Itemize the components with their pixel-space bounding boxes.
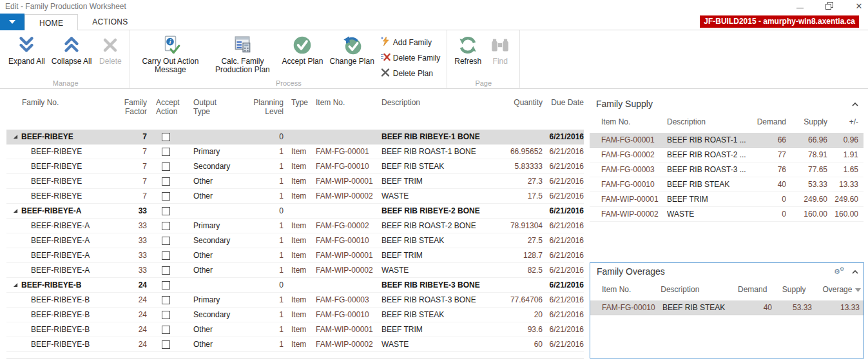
column-header-accept-action[interactable]: Accept Action (147, 98, 184, 130)
cell-description: BEEF RIB ROAST-3 BONE (381, 293, 492, 307)
tab-home[interactable]: HOME (24, 14, 78, 31)
delete-plan-button[interactable]: Delete Plan (380, 67, 440, 79)
collapse-all-button[interactable]: Collapse All (48, 32, 95, 67)
family-supply-row[interactable]: FAM-WIP-00001BEEF TRIM0249.60249.60 (590, 192, 863, 207)
accept-action-checkbox[interactable] (162, 340, 170, 349)
column-header-item-no[interactable]: Item No. (590, 117, 667, 126)
tab-actions[interactable]: ACTIONS (78, 14, 142, 30)
accept-action-checkbox[interactable] (162, 207, 170, 215)
family-overages-row[interactable]: FAM-FG-00010BEEF RIB STEAK4053.3313.33 (590, 300, 863, 315)
column-header-supply[interactable]: Supply (786, 117, 827, 126)
cell-quantity: 128.7 (492, 248, 543, 262)
family-supply-row[interactable]: FAM-FG-00010BEEF RIB STEAK4053.3313.33 (590, 177, 863, 192)
cell-accept-action (147, 192, 184, 201)
close-button[interactable]: ✕ (854, 1, 864, 10)
expanded-triangle-icon[interactable] (13, 278, 18, 292)
family-line-row[interactable]: BEEF-RIBEYE-B24Other1ItemFAM-WIP-00002WA… (6, 337, 584, 352)
family-supply-row[interactable]: FAM-WIP-00002WASTE0160.00160.00 (590, 207, 863, 222)
accept-action-checkbox[interactable] (162, 177, 170, 186)
delete-family-button[interactable]: Delete Family (380, 52, 440, 64)
accept-action-checkbox[interactable] (162, 192, 170, 201)
chevron-up-icon (852, 270, 858, 274)
cell-family-no: BEEF-RIBEYE (6, 144, 115, 159)
accept-action-checkbox[interactable] (162, 148, 170, 156)
column-header-demand[interactable]: Demand (736, 285, 767, 294)
accept-action-checkbox[interactable] (162, 281, 170, 289)
cell-type: Item (284, 263, 316, 277)
expanded-triangle-icon[interactable] (13, 204, 18, 218)
column-header-demand[interactable]: Demand (754, 117, 786, 126)
column-header-item-no[interactable]: Item No. (590, 285, 661, 294)
column-header-description[interactable]: Description (381, 98, 492, 130)
cell-description: BEEF RIB STEAK (667, 180, 754, 189)
column-header-description[interactable]: Description (667, 117, 754, 126)
column-header-output-type[interactable]: Output Type (184, 98, 244, 130)
minimize-button[interactable] (795, 1, 805, 10)
column-header-description[interactable]: Description (661, 285, 736, 294)
cell-plus-minus: 13.33 (827, 180, 858, 189)
family-line-row[interactable]: BEEF-RIBEYE-B24Other1ItemFAM-WIP-00001BE… (6, 322, 584, 337)
accept-action-checkbox[interactable] (162, 266, 170, 275)
family-line-row[interactable]: BEEF-RIBEYE-B24Secondary1ItemFAM-FG-0001… (6, 308, 584, 322)
family-supply-row[interactable]: FAM-FG-00003BEEF RIB ROAST-3 ...7677.651… (590, 162, 863, 177)
cell-planning-level: 1 (244, 144, 284, 159)
family-line-row[interactable]: BEEF-RIBEYE-A33Secondary1ItemFAM-FG-0001… (6, 233, 584, 248)
family-line-row[interactable]: BEEF-RIBEYE-A33Primary1ItemFAM-FG-00002B… (6, 219, 584, 233)
column-header-type[interactable]: Type (284, 98, 316, 130)
column-header-family-no[interactable]: Family No. (6, 98, 115, 130)
cell-item-no: FAM-FG-00002 (316, 219, 381, 233)
expanded-triangle-icon[interactable] (13, 130, 18, 144)
accept-action-checkbox[interactable] (162, 222, 170, 230)
svg-text:i: i (169, 38, 171, 45)
family-group-row[interactable]: BEEF-RIBEYE70BEEF RIB RIBEYE-1 BONE6/21/… (6, 130, 584, 144)
column-header-supply[interactable]: Supply (767, 285, 805, 294)
family-group-row[interactable]: BEEF-RIBEYE-A330BEEF RIB RIBEYE-2 BONE6/… (6, 204, 584, 219)
accept-action-checkbox[interactable] (162, 311, 170, 319)
family-line-row[interactable]: BEEF-RIBEYE-A33Other1ItemFAM-WIP-00002WA… (6, 263, 584, 278)
column-header-item-no[interactable]: Item No. (316, 98, 381, 130)
column-header-plus-minus[interactable]: +/- (827, 117, 858, 126)
restore-button[interactable] (824, 1, 834, 10)
app-menu-button[interactable] (0, 14, 24, 30)
accept-action-checkbox[interactable] (162, 251, 170, 260)
family-supply-row[interactable]: FAM-FG-00001BEEF RIB ROAST-1 ...6666.960… (590, 133, 863, 148)
change-plan-button[interactable]: Change Plan (326, 32, 377, 67)
family-line-row[interactable]: BEEF-RIBEYE7Primary1ItemFAM-FG-00001BEEF… (6, 144, 584, 159)
panel-settings-button[interactable]: ⚙⚙ (834, 266, 845, 278)
cell-supply: 78.91 (786, 150, 827, 159)
cell-item-no: FAM-FG-00001 (590, 135, 667, 144)
family-line-row[interactable]: BEEF-RIBEYE7Secondary1ItemFAM-FG-00010BE… (6, 159, 584, 174)
refresh-button[interactable]: Refresh (451, 32, 485, 67)
family-line-row[interactable]: BEEF-RIBEYE7Other1ItemFAM-WIP-00001BEEF … (6, 174, 584, 189)
accept-action-checkbox[interactable] (162, 326, 170, 334)
column-header-due-date[interactable]: Due Date (543, 98, 584, 130)
column-header-family-factor[interactable]: Family Factor (115, 98, 147, 130)
carry-out-action-message-button[interactable]: iCarry Out Action Message (134, 32, 206, 75)
family-line-row[interactable]: BEEF-RIBEYE7Other1ItemFAM-WIP-00002WASTE… (6, 189, 584, 204)
family-line-row[interactable]: BEEF-RIBEYE-A33Other1ItemFAM-WIP-00001BE… (6, 248, 584, 263)
window-titlebar: Edit - Family Production Worksheet ✕ (0, 0, 868, 13)
accept-plan-button[interactable]: Accept Plan (278, 32, 326, 67)
sort-button[interactable] (852, 285, 863, 294)
cell-output-type: Secondary (184, 159, 244, 173)
family-group-row[interactable]: BEEF-RIBEYE-B240BEEF RIB RIBEYE-3 BONE6/… (6, 278, 584, 293)
column-header-quantity[interactable]: Quantity (492, 98, 543, 130)
expand-all-button[interactable]: Expand All (5, 32, 48, 67)
refresh-button-label: Refresh (454, 57, 481, 66)
ribbon: Expand AllCollapse AllDeleteManageiCarry… (0, 30, 868, 89)
accept-action-checkbox[interactable] (162, 296, 170, 304)
add-family-button[interactable]: Add Family (380, 36, 440, 48)
family-line-row[interactable]: BEEF-RIBEYE-B24Primary1ItemFAM-FG-00003B… (6, 293, 584, 308)
calc-family-production-plan-button[interactable]: Calc. Family Production Plan (206, 32, 278, 75)
calc-family-production-plan-icon (231, 34, 253, 57)
accept-action-checkbox[interactable] (162, 237, 170, 245)
accept-action-checkbox[interactable] (162, 162, 170, 171)
cell-description: BEEF RIB STEAK (381, 159, 492, 173)
family-supply-row[interactable]: FAM-FG-00002BEEF RIB ROAST-2 ...7778.911… (590, 148, 863, 162)
collapse-panel-button[interactable] (852, 267, 858, 276)
collapse-panel-button[interactable] (852, 99, 858, 108)
accept-action-checkbox[interactable] (162, 133, 170, 141)
column-header-planning-level[interactable]: Planning Level (244, 98, 284, 130)
column-header-overage[interactable]: Overage (806, 285, 853, 294)
cell-family-factor: 33 (115, 204, 147, 218)
